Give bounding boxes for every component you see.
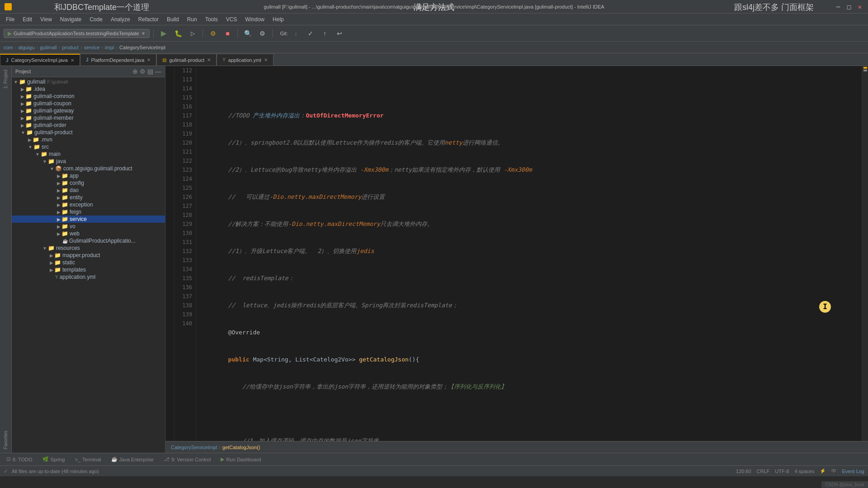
debug-button[interactable]: 🐛 — [172, 27, 184, 40]
menu-help[interactable]: Help — [269, 15, 288, 23]
tree-item-resources[interactable]: ▼ 📁 resources — [12, 244, 165, 252]
menu-tools[interactable]: Tools — [202, 15, 222, 23]
tree-item-dao[interactable]: ▶ 📁 dao — [12, 187, 165, 194]
coverage-button[interactable]: ▷ — [186, 27, 199, 40]
indent[interactable]: 4 spaces — [794, 469, 814, 474]
bottom-tab-todo-label: 6: TODO — [13, 457, 33, 462]
breadcrumb-com[interactable]: com — [4, 45, 13, 50]
code-editor[interactable]: 112 113 114 115 116 117 118 119 120 121 … — [165, 66, 868, 453]
breadcrumb-atguigu[interactable]: atguigu — [18, 45, 34, 50]
bottom-breadcrumb-class[interactable]: CategoryServiceImpl — [171, 445, 217, 450]
menu-build[interactable]: Build — [163, 15, 183, 23]
tree-item-config[interactable]: ▶ 📁 config — [12, 179, 165, 187]
bottom-tab-version-control[interactable]: ⎇ 9: Version Control — [159, 454, 215, 465]
favorites-tool[interactable]: Favorites — [1, 427, 10, 453]
tree-item-common[interactable]: ▶ 📁 gulimall-common — [12, 93, 165, 100]
minimize-button[interactable]: ─ — [835, 3, 842, 10]
tree-item-templates[interactable]: ▶ 📁 templates — [12, 266, 165, 273]
tree-item-idea[interactable]: ▶ 📁 .idea — [12, 85, 165, 93]
tab-category-service-impl[interactable]: J CategoryServiceImpl.java ✕ — [0, 54, 80, 66]
cursor-position[interactable]: 120:60 — [736, 469, 751, 474]
maximize-button[interactable]: □ — [845, 3, 853, 10]
tree-item-main[interactable]: ▼ 📁 main — [12, 150, 165, 158]
tree-item-gulimall[interactable]: ▼ 📁 gulimall F:\gulimall — [12, 78, 165, 85]
tree-item-product[interactable]: ▼ 📁 gulimall-product — [12, 129, 165, 136]
tab-platform-dependent[interactable]: J PlatformDependent.java ✕ — [80, 54, 157, 66]
tab-icon-java-1: J — [6, 58, 9, 63]
menu-run[interactable]: Run — [184, 15, 201, 23]
event-log[interactable]: Event Log — [842, 469, 864, 474]
tree-item-order[interactable]: ▶ 📁 gulimall-order — [12, 122, 165, 129]
tree-item-mvn[interactable]: ▶ 📁 .mvn — [12, 136, 165, 143]
tree-item-application-yml[interactable]: Y application.yml — [12, 273, 165, 281]
todo-icon: ☑ — [6, 456, 11, 462]
breadcrumb-gulimall[interactable]: gulimall — [40, 45, 57, 50]
sidebar-sync-icon[interactable]: ⊕ — [132, 68, 138, 75]
breadcrumb-service[interactable]: service — [84, 45, 100, 50]
sidebar-collapse-icon[interactable]: — — [155, 68, 161, 75]
code-line-123: //给缓存中放json字符串，拿出的json字符串，还用逆转为能用的对象类型；【… — [200, 382, 858, 391]
stop-button[interactable]: ■ — [221, 27, 234, 40]
right-gutter — [862, 66, 868, 441]
toolbar-sep-3 — [237, 29, 238, 38]
tree-item-mapper[interactable]: ▶ 📁 mapper.product — [12, 252, 165, 259]
vcs-update[interactable]: ↓ — [290, 27, 302, 40]
vcs-commit[interactable]: ✓ — [304, 27, 317, 40]
tree-item-static[interactable]: ▶ 📁 static — [12, 259, 165, 266]
breadcrumb-class[interactable]: CategoryServiceImpl — [119, 45, 165, 50]
tree-item-exception[interactable]: ▶ 📁 exception — [12, 201, 165, 208]
bottom-tab-terminal[interactable]: >_ Terminal — [70, 454, 105, 465]
breadcrumb-product[interactable]: product — [62, 45, 79, 50]
build-button[interactable]: ⚙ — [207, 27, 219, 40]
close-button[interactable]: ✕ — [856, 3, 863, 10]
tree-item-coupon[interactable]: ▶ 📁 gulimall-coupon — [12, 100, 165, 107]
tree-label-mvn: .mvn — [41, 136, 52, 143]
bottom-breadcrumb-method[interactable]: getCatalogJson() — [222, 445, 260, 450]
tree-item-src[interactable]: ▼ 📁 src — [12, 143, 165, 150]
tab-close-2[interactable]: ✕ — [147, 57, 151, 62]
find-button[interactable]: 🔍 — [241, 27, 254, 40]
code-content[interactable]: //TODO 产生堆外内存溢出：OutOfDirectMemoryError /… — [196, 66, 862, 441]
menu-file[interactable]: File — [2, 15, 18, 23]
line-ending[interactable]: CRLF — [757, 469, 770, 474]
tree-item-java[interactable]: ▼ 📁 java — [12, 158, 165, 165]
menu-code[interactable]: Code — [86, 15, 106, 23]
encoding[interactable]: UTF-8 — [775, 469, 789, 474]
menu-edit[interactable]: Edit — [19, 15, 36, 23]
bottom-tab-todo[interactable]: ☑ 6: TODO — [2, 454, 37, 465]
tab-gulimall-product[interactable]: ▤ gulimall-product ✕ — [156, 54, 217, 66]
tree-item-package[interactable]: ▼ 📦 com.atguigu.gulimall.product — [12, 165, 165, 172]
tab-close-4[interactable]: ✕ — [264, 57, 268, 62]
bottom-tab-spring[interactable]: 🌿 Spring — [38, 454, 70, 465]
project-tool-window[interactable]: 1: Project — [1, 66, 10, 92]
editor-bottom-breadcrumb: CategoryServiceImpl › getCatalogJson() — [165, 441, 868, 453]
menu-analyze[interactable]: Analyze — [107, 15, 134, 23]
tree-item-feign[interactable]: ▶ 📁 feign — [12, 208, 165, 216]
tree-item-service[interactable]: ▶ 📁 service — [12, 216, 165, 223]
tree-item-main-class[interactable]: ☕ GulimallProductApplicatio... — [12, 237, 165, 244]
menu-vcs[interactable]: VCS — [222, 15, 241, 23]
sidebar-gear-icon[interactable]: ⚙ — [140, 68, 146, 75]
settings-button[interactable]: ⚙ — [256, 27, 269, 40]
bottom-tab-java-enterprise[interactable]: ☕ Java Enterprise — [107, 454, 158, 465]
menu-window[interactable]: Window — [241, 15, 268, 23]
vcs-push[interactable]: ↑ — [319, 27, 331, 40]
vcs-revert[interactable]: ↩ — [333, 27, 346, 40]
tree-item-app[interactable]: ▶ 📁 app — [12, 172, 165, 179]
menu-navigate[interactable]: Navigate — [57, 15, 85, 23]
menu-view[interactable]: View — [37, 15, 56, 23]
bottom-tab-run-dashboard[interactable]: ▶ Run Dashboard — [216, 454, 265, 465]
breadcrumb-impl[interactable]: impl — [105, 45, 114, 50]
tree-item-member[interactable]: ▶ 📁 gulimall-member — [12, 114, 165, 122]
tree-item-vo[interactable]: ▶ 📁 vo — [12, 223, 165, 230]
tab-close-1[interactable]: ✕ — [71, 58, 74, 63]
tree-item-gateway[interactable]: ▶ 📁 gulimall-gateway — [12, 107, 165, 114]
tab-close-3[interactable]: ✕ — [207, 57, 211, 62]
tab-application-yml[interactable]: Y application.yml ✕ — [217, 54, 273, 66]
tree-item-entity[interactable]: ▶ 📁 entity — [12, 194, 165, 201]
tree-item-web[interactable]: ▶ 📁 web — [12, 230, 165, 237]
sidebar-expand-icon[interactable]: ▤ — [147, 68, 153, 75]
run-config-dropdown[interactable]: ▶ GulimallProductApplicationTests.testst… — [4, 29, 150, 38]
menu-refactor[interactable]: Refactor — [135, 15, 162, 23]
run-button[interactable]: ▶ — [157, 27, 170, 40]
